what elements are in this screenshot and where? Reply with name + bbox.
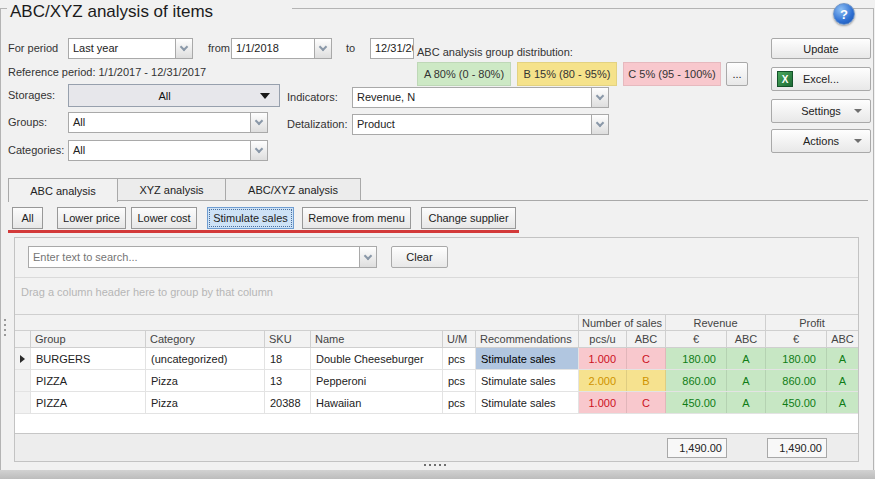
band-profit[interactable]: Profit	[766, 315, 858, 330]
settings-button[interactable]: Settings	[771, 99, 871, 123]
abc-distribution-more-button[interactable]: ...	[726, 62, 748, 86]
column-pcs-u[interactable]: pcs/u	[579, 331, 627, 347]
vertical-splitter-handle[interactable]	[4, 319, 6, 336]
actions-button[interactable]: Actions	[771, 129, 871, 153]
cell-revenue[interactable]: 860.00	[666, 370, 727, 391]
filter-lower-cost-button[interactable]: Lower cost	[131, 207, 197, 229]
column-sales-abc[interactable]: ABC	[627, 331, 666, 347]
excel-button[interactable]: X Excel...	[771, 67, 871, 91]
frame-left	[0, 8, 1, 470]
cell-group[interactable]: BURGERS	[31, 348, 146, 369]
table-row[interactable]: BURGERS (uncategorized) 18 Double Cheese…	[15, 348, 858, 370]
cell-revenue[interactable]: 180.00	[666, 348, 727, 369]
categories-select[interactable]: All	[68, 140, 268, 161]
chevron-down-icon[interactable]	[314, 39, 331, 58]
from-label: from	[208, 38, 230, 59]
filter-lower-price-button[interactable]: Lower price	[57, 207, 126, 229]
column-revenue-eur[interactable]: €	[666, 331, 727, 347]
indicators-select[interactable]: Revenue, N	[352, 87, 609, 108]
cell-name[interactable]: Pepperoni	[311, 370, 443, 391]
grid-footer: 1,490.00 1,490.00	[15, 433, 858, 461]
cell-group[interactable]: PIZZA	[31, 370, 146, 391]
chevron-down-icon[interactable]	[250, 141, 267, 160]
table-row[interactable]: PIZZA Pizza 20388 Hawaiian pcs Stimulate…	[15, 392, 858, 414]
chevron-down-icon[interactable]	[175, 39, 192, 58]
cell-sales-abc[interactable]: C	[627, 348, 666, 369]
cell-profit-abc[interactable]: A	[827, 392, 858, 413]
row-focus-cell	[15, 348, 31, 369]
cell-um[interactable]: pcs	[443, 392, 476, 413]
tab-abc-analysis[interactable]: ABC analysis	[8, 178, 118, 202]
help-icon[interactable]: ?	[833, 3, 855, 25]
cell-sku[interactable]: 13	[265, 370, 311, 391]
to-date-field[interactable]: 12/31/20	[370, 38, 414, 59]
cell-um[interactable]: pcs	[443, 348, 476, 369]
cell-name[interactable]: Double Cheeseburger	[311, 348, 443, 369]
update-button[interactable]: Update	[771, 38, 871, 59]
abc-distribution-label: ABC analysis group distribution:	[417, 42, 573, 63]
detalization-select[interactable]: Product	[352, 114, 609, 135]
band-spacer	[15, 315, 579, 330]
chevron-down-icon[interactable]	[250, 113, 267, 132]
band-number-of-sales[interactable]: Number of sales	[579, 315, 666, 330]
abc-group-b: B 15% (80 - 95%)	[517, 62, 617, 86]
cell-sales[interactable]: 2.000	[579, 370, 627, 391]
table-row[interactable]: PIZZA Pizza 13 Pepperoni pcs Stimulate s…	[15, 370, 858, 392]
filter-all-button[interactable]: All	[12, 207, 43, 229]
cell-revenue-abc[interactable]: A	[727, 392, 766, 413]
tab-strip-line	[8, 200, 868, 201]
cell-recommendation-selected[interactable]: Stimulate sales	[476, 348, 579, 369]
cell-sales[interactable]: 1.000	[579, 392, 627, 413]
cell-recommendation[interactable]: Stimulate sales	[476, 370, 579, 391]
clear-button[interactable]: Clear	[391, 246, 448, 268]
cell-revenue-abc[interactable]: A	[727, 348, 766, 369]
column-name[interactable]: Name	[311, 331, 443, 347]
row-focus-cell	[15, 370, 31, 391]
cell-profit-abc[interactable]: A	[827, 348, 858, 369]
filter-stimulate-sales-button[interactable]: Stimulate sales	[207, 207, 294, 229]
cell-category[interactable]: Pizza	[146, 392, 265, 413]
column-recommendations[interactable]: Recommendations	[476, 331, 579, 347]
column-um[interactable]: U/M	[443, 331, 476, 347]
cell-um[interactable]: pcs	[443, 370, 476, 391]
cell-sku[interactable]: 18	[265, 348, 311, 369]
group-by-hint: Drag a column header here to group by th…	[21, 278, 273, 306]
tab-xyz-analysis[interactable]: XYZ analysis	[117, 178, 226, 201]
chevron-down-icon[interactable]	[359, 247, 376, 267]
cell-sales-abc[interactable]: C	[627, 392, 666, 413]
cell-profit-abc[interactable]: A	[827, 370, 858, 391]
cell-category[interactable]: Pizza	[146, 370, 265, 391]
cell-revenue[interactable]: 450.00	[666, 392, 727, 413]
filter-remove-from-menu-button[interactable]: Remove from menu	[302, 207, 411, 229]
column-group[interactable]: Group	[31, 331, 146, 347]
column-sku[interactable]: SKU	[265, 331, 311, 347]
cell-profit[interactable]: 450.00	[766, 392, 827, 413]
cell-sales[interactable]: 1.000	[579, 348, 627, 369]
cell-category[interactable]: (uncategorized)	[146, 348, 265, 369]
cell-sku[interactable]: 20388	[265, 392, 311, 413]
search-input[interactable]	[29, 247, 359, 267]
column-revenue-abc[interactable]: ABC	[727, 331, 766, 347]
cell-sales-abc[interactable]: B	[627, 370, 666, 391]
cell-profit[interactable]: 180.00	[766, 348, 827, 369]
cell-recommendation[interactable]: Stimulate sales	[476, 392, 579, 413]
abc-xyz-analysis-window: ABC/XYZ analysis of items ? For period L…	[0, 0, 875, 479]
period-select[interactable]: Last year	[68, 38, 193, 59]
horizontal-splitter-handle[interactable]	[424, 464, 446, 466]
groups-select[interactable]: All	[68, 112, 268, 133]
storages-select[interactable]: All	[68, 84, 280, 107]
tab-abc-xyz-analysis[interactable]: ABC/XYZ analysis	[225, 178, 361, 201]
cell-revenue-abc[interactable]: A	[727, 370, 766, 391]
frame-right	[873, 8, 874, 470]
cell-group[interactable]: PIZZA	[31, 392, 146, 413]
filter-change-supplier-button[interactable]: Change supplier	[421, 207, 516, 229]
cell-profit[interactable]: 860.00	[766, 370, 827, 391]
from-date-field[interactable]: 1/1/2018	[231, 38, 332, 59]
column-category[interactable]: Category	[146, 331, 265, 347]
chevron-down-icon[interactable]	[591, 88, 608, 107]
band-revenue[interactable]: Revenue	[666, 315, 766, 330]
column-profit-abc[interactable]: ABC	[827, 331, 858, 347]
chevron-down-icon[interactable]	[591, 115, 608, 134]
column-profit-eur[interactable]: €	[766, 331, 827, 347]
cell-name[interactable]: Hawaiian	[311, 392, 443, 413]
